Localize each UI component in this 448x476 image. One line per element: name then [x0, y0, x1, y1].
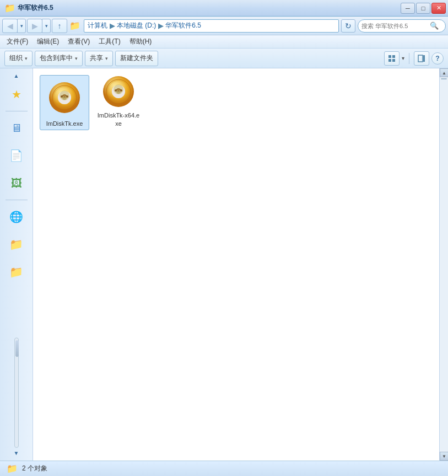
- status-bar: 📁 2 个对象: [0, 461, 448, 476]
- preview-pane-button[interactable]: [414, 51, 429, 66]
- sidebar: ▲ ★ 🖥 📄 🖼 🌐 📁 📁 ▼: [0, 68, 33, 461]
- svg-rect-4: [418, 55, 423, 62]
- scrollbar-down[interactable]: ▼: [440, 452, 448, 461]
- window-title: 华军软件6.5: [18, 3, 53, 13]
- svg-rect-1: [392, 55, 395, 58]
- scrollbar-track: ▲ ▼: [439, 68, 448, 461]
- svg-rect-5: [423, 55, 425, 62]
- search-box[interactable]: 🔍: [358, 19, 446, 33]
- menu-edit[interactable]: 编辑(E): [33, 36, 63, 47]
- menu-view[interactable]: 查看(V): [63, 36, 94, 47]
- view-toggle-button[interactable]: [384, 51, 400, 66]
- file-area: ImDiskTk.exe: [33, 68, 439, 461]
- breadcrumb-sep-1: ▶: [110, 22, 115, 30]
- title-controls: ─ □ ✕: [401, 3, 446, 14]
- status-count: 2 个对象: [22, 464, 47, 473]
- close-button[interactable]: ✕: [431, 3, 446, 14]
- share-button[interactable]: 共享 ▾: [85, 51, 113, 66]
- maximize-button[interactable]: □: [416, 3, 430, 14]
- toolbar-right: ▾ ?: [384, 51, 444, 66]
- up-button[interactable]: ↑: [52, 19, 67, 33]
- include-arrow: ▾: [75, 56, 78, 61]
- minimize-button[interactable]: ─: [401, 3, 415, 14]
- cd-icon-2: [101, 74, 136, 109]
- forward-dropdown[interactable]: ▾: [42, 19, 51, 33]
- breadcrumb-disk[interactable]: 本地磁盘 (D:): [117, 21, 156, 30]
- scrollbar-up[interactable]: ▲: [440, 68, 448, 77]
- sidebar-divider-1: [6, 111, 28, 111]
- new-folder-label: 新建文件夹: [120, 54, 153, 63]
- sidebar-folder-blue[interactable]: 📁: [4, 260, 29, 284]
- cd-icon: [47, 80, 82, 115]
- svg-point-24: [115, 89, 117, 92]
- sidebar-divider-2: [6, 200, 28, 200]
- menu-file[interactable]: 文件(F): [2, 36, 33, 47]
- sidebar-pictures[interactable]: 🖼: [4, 171, 29, 195]
- file-icon-wrapper-2: [99, 74, 138, 109]
- menu-help[interactable]: 帮助(H): [125, 36, 156, 47]
- documents-icon: 📄: [9, 149, 23, 162]
- forward-button[interactable]: ▶: [27, 19, 42, 33]
- file-label: ImDiskTk.exe: [46, 120, 83, 127]
- svg-rect-0: [388, 55, 391, 58]
- sidebar-favorites[interactable]: ★: [4, 82, 29, 106]
- organize-label: 组织: [9, 54, 23, 63]
- menu-bar: 文件(F) 编辑(E) 查看(V) 工具(T) 帮助(H): [0, 35, 448, 49]
- file-item[interactable]: ImDiskTk.exe: [40, 75, 89, 130]
- file-icon-wrapper: [45, 78, 84, 117]
- sidebar-scroll-up[interactable]: ▲: [14, 73, 19, 79]
- back-button[interactable]: ◀: [2, 19, 18, 33]
- window-icon: 📁: [4, 3, 15, 13]
- breadcrumb-sep-2: ▶: [158, 22, 163, 30]
- help-button[interactable]: ?: [431, 52, 444, 65]
- share-arrow: ▾: [105, 56, 108, 61]
- organize-arrow: ▾: [25, 56, 28, 61]
- computer-icon: 🖥: [11, 122, 22, 135]
- folder-blue-icon: 📁: [9, 265, 23, 279]
- sidebar-scrollbar: ▼: [0, 335, 33, 456]
- svg-point-25: [120, 89, 122, 92]
- breadcrumb-computer[interactable]: 计算机: [88, 21, 107, 30]
- status-folder-icon: 📁: [7, 463, 18, 474]
- sidebar-scroll-down[interactable]: ▼: [14, 450, 19, 456]
- nav-buttons: ◀ ▾ ▶ ▾ ↑ 📁: [2, 19, 82, 33]
- organize-button[interactable]: 组织 ▾: [4, 51, 33, 66]
- star-icon: ★: [12, 88, 21, 101]
- refresh-button[interactable]: ↻: [341, 19, 355, 33]
- title-bar-left: 📁 华军软件6.5: [4, 3, 401, 13]
- share-label: 共享: [90, 54, 103, 63]
- scrollbar-thumb[interactable]: [441, 78, 447, 79]
- file-item[interactable]: ImDiskTk-x64.exe: [94, 75, 143, 130]
- svg-point-15: [66, 95, 68, 98]
- network-icon: 🌐: [9, 210, 23, 223]
- new-folder-button[interactable]: 新建文件夹: [115, 51, 158, 66]
- search-input[interactable]: [361, 23, 428, 29]
- scrollbar-space: [440, 81, 448, 452]
- back-dropdown[interactable]: ▾: [17, 19, 26, 33]
- address-bar: ◀ ▾ ▶ ▾ ↑ 📁 计算机 ▶ 本地磁盘 (D:) ▶ 华军软件6.5 ↻ …: [0, 17, 448, 35]
- view-dropdown-arrow[interactable]: ▾: [402, 55, 404, 61]
- toolbar: 组织 ▾ 包含到库中 ▾ 共享 ▾ 新建文件夹 ▾ ?: [0, 49, 448, 68]
- folder-yellow-icon: 📁: [9, 238, 23, 251]
- include-button[interactable]: 包含到库中 ▾: [35, 51, 83, 66]
- sidebar-documents[interactable]: 📄: [4, 143, 29, 168]
- sidebar-computer[interactable]: 🖥: [4, 116, 29, 140]
- menu-tools[interactable]: 工具(T): [94, 36, 125, 47]
- toolbar-separator: [409, 53, 409, 64]
- sidebar-folder-yellow[interactable]: 📁: [4, 232, 29, 256]
- svg-point-14: [61, 95, 63, 98]
- breadcrumb-folder[interactable]: 华军软件6.5: [165, 21, 201, 30]
- title-bar: 📁 华军软件6.5 ─ □ ✕: [0, 0, 448, 17]
- main-area: ▲ ★ 🖥 📄 🖼 🌐 📁 📁 ▼: [0, 68, 448, 461]
- svg-rect-2: [388, 59, 391, 62]
- file-label-2: ImDiskTk-x64.exe: [96, 111, 141, 127]
- file-content: ImDiskTk.exe: [33, 68, 439, 461]
- folder-nav-icon: 📁: [69, 20, 80, 31]
- pictures-icon: 🖼: [11, 177, 22, 190]
- include-label: 包含到库中: [40, 54, 73, 63]
- search-icon: 🔍: [430, 22, 439, 30]
- address-breadcrumb[interactable]: 计算机 ▶ 本地磁盘 (D:) ▶ 华军软件6.5: [84, 19, 339, 33]
- svg-rect-3: [392, 59, 395, 62]
- sidebar-network[interactable]: 🌐: [4, 205, 29, 229]
